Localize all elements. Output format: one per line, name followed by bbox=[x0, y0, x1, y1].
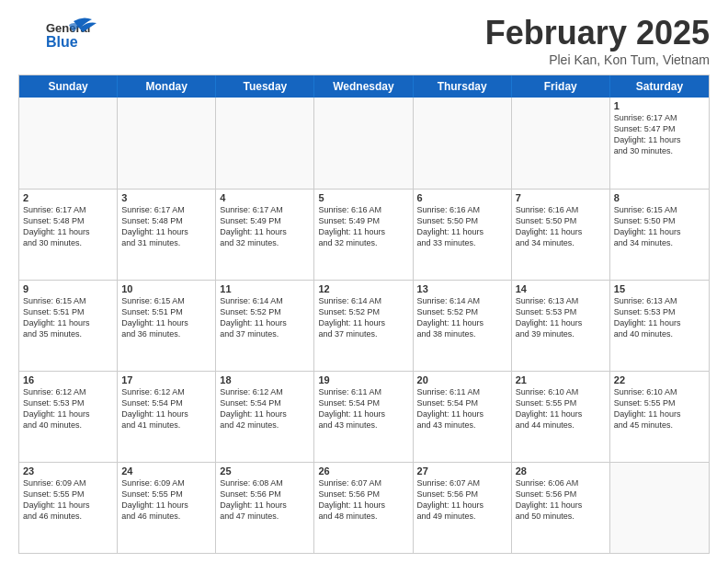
day-info: Sunrise: 6:17 AM Sunset: 5:48 PM Dayligh… bbox=[23, 204, 113, 249]
day-cell-6: 6Sunrise: 6:16 AM Sunset: 5:50 PM Daylig… bbox=[414, 190, 512, 280]
day-number: 24 bbox=[121, 465, 211, 477]
empty-cell bbox=[314, 98, 413, 189]
day-number: 12 bbox=[318, 283, 408, 294]
calendar-page: General Blue February 2025 Plei Kan, Kon… bbox=[0, 0, 728, 563]
day-info: Sunrise: 6:14 AM Sunset: 5:52 PM Dayligh… bbox=[318, 295, 408, 340]
day-info: Sunrise: 6:06 AM Sunset: 5:56 PM Dayligh… bbox=[516, 477, 606, 523]
empty-cell bbox=[19, 98, 118, 189]
day-number: 22 bbox=[614, 374, 705, 385]
day-info: Sunrise: 6:12 AM Sunset: 5:53 PM Dayligh… bbox=[23, 386, 113, 431]
calendar-week-4: 16Sunrise: 6:12 AM Sunset: 5:53 PM Dayli… bbox=[19, 371, 709, 462]
day-number: 8 bbox=[614, 192, 705, 203]
day-number: 6 bbox=[417, 192, 507, 203]
header-cell-saturday: Saturday bbox=[610, 75, 709, 98]
day-number: 10 bbox=[121, 283, 211, 294]
empty-cell bbox=[610, 463, 709, 553]
day-cell-28: 28Sunrise: 6:06 AM Sunset: 5:56 PM Dayli… bbox=[512, 463, 610, 553]
day-cell-24: 24Sunrise: 6:09 AM Sunset: 5:55 PM Dayli… bbox=[118, 463, 216, 553]
logo-box: General Blue bbox=[18, 14, 101, 63]
day-number: 5 bbox=[318, 192, 408, 203]
day-info: Sunrise: 6:17 AM Sunset: 5:47 PM Dayligh… bbox=[614, 112, 705, 157]
day-number: 15 bbox=[614, 283, 705, 294]
day-number: 2 bbox=[23, 192, 113, 203]
empty-cell bbox=[414, 98, 512, 189]
day-cell-16: 16Sunrise: 6:12 AM Sunset: 5:53 PM Dayli… bbox=[19, 372, 118, 462]
day-info: Sunrise: 6:13 AM Sunset: 5:53 PM Dayligh… bbox=[516, 295, 606, 340]
empty-cell bbox=[512, 98, 610, 189]
day-cell-19: 19Sunrise: 6:11 AM Sunset: 5:54 PM Dayli… bbox=[314, 372, 413, 462]
day-number: 11 bbox=[220, 283, 310, 294]
day-number: 13 bbox=[417, 283, 507, 294]
day-cell-8: 8Sunrise: 6:15 AM Sunset: 5:50 PM Daylig… bbox=[610, 190, 709, 280]
day-cell-5: 5Sunrise: 6:16 AM Sunset: 5:49 PM Daylig… bbox=[314, 190, 413, 280]
day-cell-20: 20Sunrise: 6:11 AM Sunset: 5:54 PM Dayli… bbox=[414, 372, 512, 462]
day-number: 9 bbox=[23, 283, 113, 294]
day-info: Sunrise: 6:09 AM Sunset: 5:55 PM Dayligh… bbox=[121, 477, 211, 523]
day-info: Sunrise: 6:12 AM Sunset: 5:54 PM Dayligh… bbox=[220, 386, 310, 431]
day-cell-22: 22Sunrise: 6:10 AM Sunset: 5:55 PM Dayli… bbox=[610, 372, 709, 462]
header: General Blue February 2025 Plei Kan, Kon… bbox=[18, 14, 710, 67]
calendar-body: 1Sunrise: 6:17 AM Sunset: 5:47 PM Daylig… bbox=[19, 98, 709, 553]
logo-svg: General Blue bbox=[18, 14, 101, 60]
day-info: Sunrise: 6:11 AM Sunset: 5:54 PM Dayligh… bbox=[318, 386, 408, 431]
calendar-week-5: 23Sunrise: 6:09 AM Sunset: 5:55 PM Dayli… bbox=[19, 462, 709, 553]
calendar-week-3: 9Sunrise: 6:15 AM Sunset: 5:51 PM Daylig… bbox=[19, 280, 709, 371]
day-info: Sunrise: 6:10 AM Sunset: 5:55 PM Dayligh… bbox=[516, 386, 606, 431]
location: Plei Kan, Kon Tum, Vietnam bbox=[485, 52, 710, 67]
day-number: 25 bbox=[220, 465, 310, 477]
day-cell-4: 4Sunrise: 6:17 AM Sunset: 5:49 PM Daylig… bbox=[216, 190, 314, 280]
day-info: Sunrise: 6:15 AM Sunset: 5:51 PM Dayligh… bbox=[121, 295, 211, 340]
day-cell-18: 18Sunrise: 6:12 AM Sunset: 5:54 PM Dayli… bbox=[216, 372, 314, 462]
day-info: Sunrise: 6:13 AM Sunset: 5:53 PM Dayligh… bbox=[614, 295, 705, 340]
day-number: 3 bbox=[121, 192, 211, 203]
day-cell-12: 12Sunrise: 6:14 AM Sunset: 5:52 PM Dayli… bbox=[314, 281, 413, 371]
header-cell-thursday: Thursday bbox=[414, 75, 512, 98]
day-info: Sunrise: 6:07 AM Sunset: 5:56 PM Dayligh… bbox=[417, 477, 507, 523]
day-number: 18 bbox=[220, 374, 310, 385]
day-number: 26 bbox=[318, 465, 408, 477]
day-info: Sunrise: 6:10 AM Sunset: 5:55 PM Dayligh… bbox=[614, 386, 705, 431]
day-number: 16 bbox=[23, 374, 113, 385]
day-cell-11: 11Sunrise: 6:14 AM Sunset: 5:52 PM Dayli… bbox=[216, 281, 314, 371]
calendar: SundayMondayTuesdayWednesdayThursdayFrid… bbox=[18, 75, 710, 554]
day-cell-14: 14Sunrise: 6:13 AM Sunset: 5:53 PM Dayli… bbox=[512, 281, 610, 371]
header-cell-wednesday: Wednesday bbox=[314, 75, 413, 98]
day-number: 23 bbox=[23, 465, 113, 477]
title-area: February 2025 Plei Kan, Kon Tum, Vietnam bbox=[485, 14, 710, 67]
day-info: Sunrise: 6:14 AM Sunset: 5:52 PM Dayligh… bbox=[417, 295, 507, 340]
day-info: Sunrise: 6:16 AM Sunset: 5:50 PM Dayligh… bbox=[417, 204, 507, 249]
day-number: 14 bbox=[516, 283, 606, 294]
day-number: 1 bbox=[614, 100, 705, 111]
day-cell-1: 1Sunrise: 6:17 AM Sunset: 5:47 PM Daylig… bbox=[610, 98, 709, 189]
day-info: Sunrise: 6:17 AM Sunset: 5:48 PM Dayligh… bbox=[121, 204, 211, 249]
day-number: 27 bbox=[417, 465, 507, 477]
month-title: February 2025 bbox=[485, 14, 710, 52]
logo: General Blue bbox=[18, 14, 101, 63]
header-cell-monday: Monday bbox=[118, 75, 216, 98]
day-info: Sunrise: 6:15 AM Sunset: 5:51 PM Dayligh… bbox=[23, 295, 113, 340]
header-cell-sunday: Sunday bbox=[19, 75, 118, 98]
day-cell-21: 21Sunrise: 6:10 AM Sunset: 5:55 PM Dayli… bbox=[512, 372, 610, 462]
empty-cell bbox=[216, 98, 314, 189]
day-info: Sunrise: 6:14 AM Sunset: 5:52 PM Dayligh… bbox=[220, 295, 310, 340]
day-cell-2: 2Sunrise: 6:17 AM Sunset: 5:48 PM Daylig… bbox=[19, 190, 118, 280]
calendar-week-1: 1Sunrise: 6:17 AM Sunset: 5:47 PM Daylig… bbox=[19, 98, 709, 189]
day-number: 21 bbox=[516, 374, 606, 385]
day-info: Sunrise: 6:12 AM Sunset: 5:54 PM Dayligh… bbox=[121, 386, 211, 431]
header-cell-friday: Friday bbox=[512, 75, 610, 98]
day-cell-23: 23Sunrise: 6:09 AM Sunset: 5:55 PM Dayli… bbox=[19, 463, 118, 553]
day-cell-17: 17Sunrise: 6:12 AM Sunset: 5:54 PM Dayli… bbox=[118, 372, 216, 462]
header-cell-tuesday: Tuesday bbox=[216, 75, 314, 98]
day-cell-15: 15Sunrise: 6:13 AM Sunset: 5:53 PM Dayli… bbox=[610, 281, 709, 371]
calendar-week-2: 2Sunrise: 6:17 AM Sunset: 5:48 PM Daylig… bbox=[19, 189, 709, 280]
day-number: 20 bbox=[417, 374, 507, 385]
day-cell-25: 25Sunrise: 6:08 AM Sunset: 5:56 PM Dayli… bbox=[216, 463, 314, 553]
day-info: Sunrise: 6:15 AM Sunset: 5:50 PM Dayligh… bbox=[614, 204, 705, 249]
empty-cell bbox=[118, 98, 216, 189]
day-info: Sunrise: 6:07 AM Sunset: 5:56 PM Dayligh… bbox=[318, 477, 408, 523]
day-cell-10: 10Sunrise: 6:15 AM Sunset: 5:51 PM Dayli… bbox=[118, 281, 216, 371]
day-cell-9: 9Sunrise: 6:15 AM Sunset: 5:51 PM Daylig… bbox=[19, 281, 118, 371]
day-info: Sunrise: 6:08 AM Sunset: 5:56 PM Dayligh… bbox=[220, 477, 310, 523]
calendar-header: SundayMondayTuesdayWednesdayThursdayFrid… bbox=[19, 75, 709, 98]
day-number: 4 bbox=[220, 192, 310, 203]
